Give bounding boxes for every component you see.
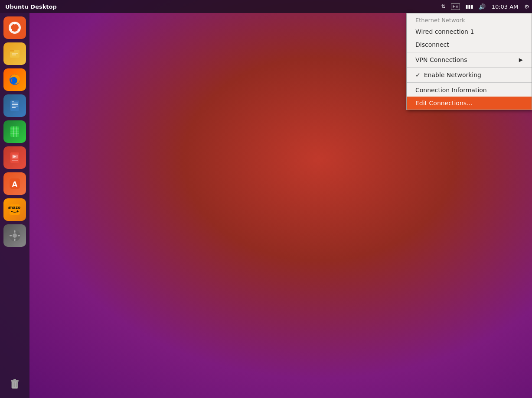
launcher-firefox[interactable] xyxy=(3,68,26,91)
svg-rect-32 xyxy=(14,230,16,233)
panel-right: ⇅ En ▮▮▮ 🔊 10:03 AM ⚙ xyxy=(438,0,532,13)
launcher-software-center[interactable]: A xyxy=(3,172,26,195)
svg-rect-20 xyxy=(13,126,14,137)
menu-connection-info[interactable]: Connection Information xyxy=(407,84,532,97)
menu-edit-connections[interactable]: Edit Connections... xyxy=(407,97,532,110)
menu-wired-connection[interactable]: Wired connection 1 xyxy=(407,25,532,38)
menu-separator-2 xyxy=(407,67,532,68)
svg-rect-24 xyxy=(12,160,18,161)
svg-text:amazon: amazon xyxy=(8,205,21,210)
svg-point-1 xyxy=(11,24,19,32)
launcher-impress[interactable] xyxy=(3,146,26,169)
svg-text:A: A xyxy=(12,180,18,188)
panel-title: Ubuntu Desktop xyxy=(0,3,62,10)
svg-rect-38 xyxy=(13,379,16,380)
menu-enable-networking[interactable]: ✓ Enable Networking xyxy=(407,68,532,81)
launcher-writer[interactable] xyxy=(3,94,26,117)
panel-time[interactable]: 10:03 AM xyxy=(488,3,522,10)
svg-rect-17 xyxy=(10,129,19,129)
svg-rect-21 xyxy=(16,126,17,137)
svg-rect-14 xyxy=(12,107,16,108)
svg-rect-35 xyxy=(18,235,20,236)
keyboard-icon[interactable]: En xyxy=(448,0,463,13)
svg-rect-34 xyxy=(10,235,12,236)
svg-point-4 xyxy=(10,29,12,31)
menu-separator-3 xyxy=(407,82,532,83)
launcher-calc[interactable] xyxy=(3,120,26,143)
svg-rect-12 xyxy=(12,104,18,105)
volume-icon[interactable]: 🔊 xyxy=(476,0,488,13)
top-panel: Ubuntu Desktop ⇅ En ▮▮▮ 🔊 10:03 AM ⚙ xyxy=(0,0,532,13)
menu-vpn-connections[interactable]: VPN Connections ▶ xyxy=(407,53,532,66)
svg-rect-11 xyxy=(12,103,18,104)
launcher-amazon[interactable]: amazon xyxy=(3,198,26,221)
svg-rect-19 xyxy=(10,133,19,133)
svg-rect-15 xyxy=(12,101,14,102)
launcher-files[interactable] xyxy=(3,42,26,65)
svg-rect-33 xyxy=(14,239,16,241)
svg-point-3 xyxy=(18,29,20,31)
svg-rect-37 xyxy=(11,380,19,382)
svg-point-31 xyxy=(13,233,17,238)
menu-ethernet-header: Ethernet Network xyxy=(407,13,532,25)
network-icon[interactable]: ⇅ xyxy=(438,0,448,13)
svg-rect-6 xyxy=(10,50,14,52)
launcher-trash[interactable] xyxy=(3,372,26,395)
vpn-arrow-icon: ▶ xyxy=(519,57,523,63)
network-menu: Ethernet Network Wired connection 1 Disc… xyxy=(406,13,532,110)
check-icon: ✓ xyxy=(415,71,421,78)
svg-rect-8 xyxy=(12,55,16,55)
menu-disconnect[interactable]: Disconnect xyxy=(407,38,532,51)
svg-rect-7 xyxy=(12,53,18,54)
battery-icon[interactable]: ▮▮▮ xyxy=(463,0,476,13)
session-icon[interactable]: ⚙ xyxy=(522,0,532,13)
svg-rect-18 xyxy=(10,131,19,131)
svg-rect-13 xyxy=(12,106,18,107)
menu-separator-1 xyxy=(407,52,532,52)
launcher-system-tools[interactable] xyxy=(3,224,26,247)
launcher: A amazon xyxy=(0,13,29,398)
svg-point-2 xyxy=(13,22,16,25)
svg-rect-16 xyxy=(10,126,19,137)
launcher-ubuntu[interactable] xyxy=(3,16,26,39)
